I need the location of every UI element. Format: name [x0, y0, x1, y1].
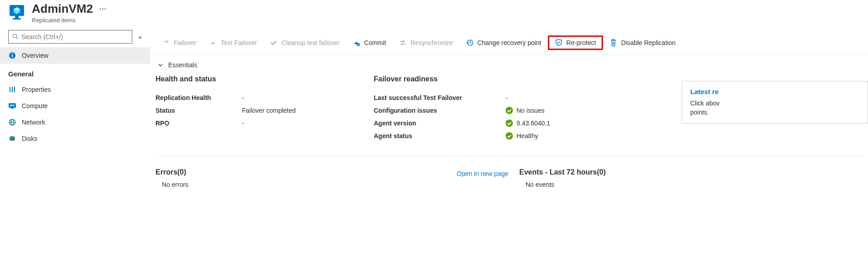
- page-subtitle: Replicated items: [32, 17, 150, 24]
- failover-icon: [162, 39, 170, 47]
- rpo-label: RPO: [156, 120, 242, 127]
- agent-status-value: Healthy: [506, 132, 538, 140]
- errors-title: Errors(0): [156, 168, 337, 176]
- test-failover-button: Test Failover: [203, 36, 263, 50]
- disks-icon: [8, 135, 16, 143]
- agent-status-text: Healthy: [517, 132, 538, 140]
- last-test-failover-label: Last successful Test Failover: [374, 94, 506, 101]
- agent-status-label: Agent status: [374, 132, 506, 140]
- svg-rect-14: [10, 105, 15, 106]
- change-recovery-point-button[interactable]: Change recovery point: [459, 36, 548, 50]
- essentials-toggle[interactable]: Essentials: [156, 57, 863, 75]
- vm-icon: [8, 4, 25, 21]
- config-issues-value: No issues: [506, 107, 544, 114]
- recovery-points-card: Latest re Click abov points.: [682, 81, 868, 124]
- svg-point-22: [167, 40, 169, 41]
- events-text: No events: [519, 181, 701, 188]
- history-icon: [466, 39, 474, 47]
- collapse-sidebar-button[interactable]: «: [137, 32, 144, 42]
- commit-button[interactable]: Commit: [346, 36, 392, 50]
- nav-label: Network: [22, 119, 45, 126]
- svg-rect-15: [11, 108, 14, 109]
- cleanup-test-failover-button: Cleanup test failover: [263, 36, 346, 50]
- open-in-new-page-link[interactable]: Open in new page: [457, 170, 508, 177]
- errors-text: No errors: [156, 181, 337, 188]
- nav-properties[interactable]: Properties: [0, 81, 150, 98]
- tb-label: Cleanup test failover: [281, 39, 340, 46]
- more-actions-button[interactable]: ···: [99, 5, 106, 13]
- re-protect-button[interactable]: Re-protect: [548, 35, 603, 50]
- tb-label: Disable Replication: [621, 39, 676, 46]
- status-value: Failover completed: [242, 107, 296, 114]
- svg-point-21: [10, 139, 15, 141]
- info-icon: [8, 51, 16, 60]
- status-label: Status: [156, 107, 242, 114]
- disable-replication-button[interactable]: Disable Replication: [603, 36, 682, 50]
- nav-compute[interactable]: Compute: [0, 98, 150, 114]
- tb-label: Re-protect: [567, 39, 596, 46]
- properties-icon: [8, 85, 16, 94]
- health-status-title: Health and status: [156, 75, 374, 83]
- success-icon: [506, 107, 513, 114]
- cleanup-icon: [270, 39, 278, 47]
- nav-overview[interactable]: Overview: [0, 47, 150, 64]
- resynchronize-button: Resynchronize: [392, 36, 459, 50]
- svg-rect-10: [10, 87, 10, 92]
- latest-recovery-link[interactable]: Latest re: [690, 88, 859, 95]
- svg-rect-11: [12, 87, 13, 92]
- nav-disks[interactable]: Disks: [0, 130, 150, 147]
- config-issues-label: Configuration issues: [374, 107, 506, 114]
- search-icon: [12, 33, 19, 41]
- replication-health-value: -: [242, 94, 244, 101]
- failover-button: Failover: [156, 36, 203, 50]
- svg-rect-12: [14, 87, 15, 92]
- nav-label: Compute: [22, 102, 48, 110]
- card-body-text: Click abov points.: [690, 99, 859, 117]
- tb-label: Resynchronize: [411, 39, 453, 46]
- commit-icon: [352, 39, 361, 47]
- compute-icon: [8, 102, 16, 110]
- svg-point-5: [13, 34, 17, 37]
- test-failover-icon: [209, 39, 217, 47]
- search-box[interactable]: [8, 30, 132, 44]
- trash-icon: [609, 39, 617, 47]
- tb-label: Commit: [364, 39, 386, 46]
- rpo-value: -: [242, 120, 244, 127]
- svg-rect-1: [15, 16, 19, 18]
- svg-rect-8: [12, 55, 13, 58]
- agent-version-value: 9.43.6040.1: [506, 120, 550, 127]
- chevron-down-icon: [157, 62, 164, 68]
- tb-label: Test Failover: [221, 39, 257, 46]
- svg-point-19: [10, 120, 15, 125]
- last-test-failover-value: -: [506, 94, 508, 101]
- config-issues-text: No issues: [517, 107, 544, 114]
- success-icon: [506, 120, 513, 127]
- tb-label: Change recovery point: [477, 39, 542, 46]
- success-icon: [506, 132, 513, 140]
- toolbar: Failover Test Failover Cleanup test fail…: [150, 32, 868, 55]
- tb-label: Failover: [174, 39, 196, 46]
- nav-label: Disks: [22, 135, 37, 142]
- reprotect-icon: [555, 39, 563, 47]
- agent-version-label: Agent version: [374, 120, 506, 127]
- replication-health-label: Replication Health: [156, 94, 242, 101]
- resync-icon: [399, 39, 407, 47]
- agent-version-text: 9.43.6040.1: [517, 120, 550, 127]
- events-title: Events - Last 72 hours(0): [519, 168, 701, 176]
- svg-rect-2: [13, 18, 21, 20]
- section-general: General: [0, 64, 150, 81]
- search-input[interactable]: [21, 33, 128, 40]
- page-title: AdminVM2: [32, 2, 93, 16]
- essentials-label: Essentials: [168, 61, 197, 69]
- nav-network[interactable]: Network: [0, 114, 150, 130]
- nav-label: Properties: [22, 86, 51, 93]
- svg-line-6: [16, 37, 18, 39]
- svg-point-9: [12, 53, 13, 54]
- failover-readiness-title: Failover readiness: [374, 75, 592, 83]
- network-icon: [8, 118, 16, 126]
- nav-label: Overview: [22, 52, 48, 59]
